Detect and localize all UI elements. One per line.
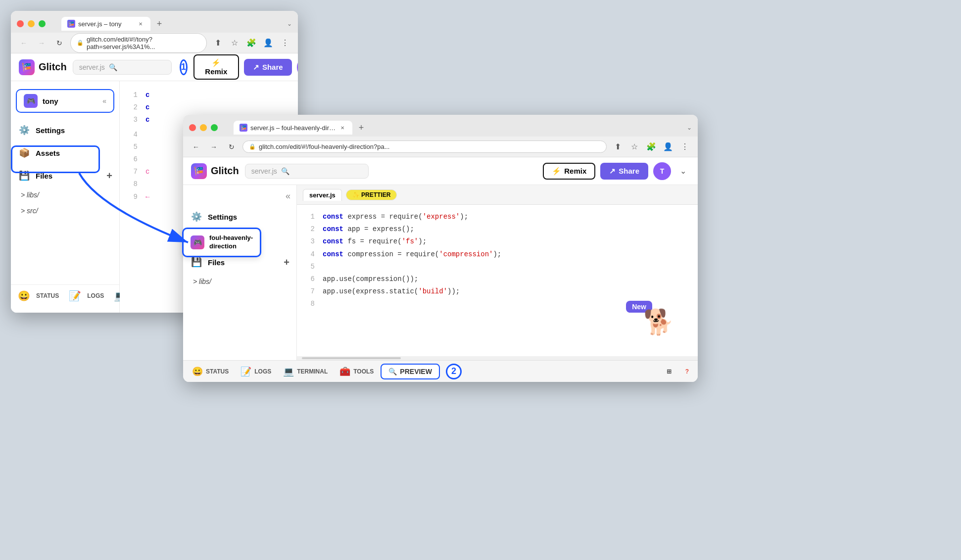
logs-icon-w1: 📝 <box>69 290 81 302</box>
share-page-icon-w2[interactable]: ⬆ <box>611 140 625 154</box>
bookmark-icon-w1[interactable]: ☆ <box>228 36 241 50</box>
traffic-lights-w1 <box>17 20 46 27</box>
project-selector-w1[interactable]: 🎮 tony « <box>16 89 114 113</box>
new-tab-button-w2[interactable]: + <box>354 121 368 135</box>
code-line-3: 3 const fs = require('fs'); <box>305 235 690 248</box>
app-header-w1: 🎏 Glitch server.js 🔍 1 ⚡ Remix ↗ Share T… <box>11 53 298 81</box>
code-scrollbar-w2[interactable] <box>297 356 698 360</box>
dir-libs-w2[interactable]: > libs/ <box>183 274 296 289</box>
share-icon-w1: ↗ <box>253 63 259 72</box>
project-name-w1: tony <box>43 97 58 105</box>
help-btn[interactable]: ? <box>680 366 694 377</box>
minimize-button-w1[interactable] <box>28 20 35 27</box>
dir-src-w1[interactable]: > src/ <box>11 203 119 219</box>
new-tab-button-w1[interactable]: + <box>152 17 166 31</box>
preview-btn-w2[interactable]: 🔍 PREVIEW <box>381 364 440 379</box>
close-button-w1[interactable] <box>17 20 24 27</box>
code-line-6: 6 app.use(compression()); <box>305 273 690 285</box>
avatar-w2[interactable]: T <box>653 162 671 180</box>
logs-btn-w2[interactable]: 📝 LOGS <box>236 364 276 379</box>
code-line-1: 1 const express = require('express'); <box>305 211 690 223</box>
url-bar-w1[interactable]: 🔒 glitch.com/edit/#!/tony?path=server.js… <box>70 33 207 53</box>
search-bar-w2[interactable]: server.js 🔍 <box>245 164 369 179</box>
remix-button-w2[interactable]: ⚡ Remix <box>543 163 595 180</box>
tab-w2[interactable]: 🎏 server.js – foul-heavenly-direc ✕ <box>234 121 352 135</box>
profile-icon-w2[interactable]: 👤 <box>661 140 675 154</box>
avatar-dropdown-w2[interactable]: ⌄ <box>676 164 690 178</box>
bookmark-icon-w2[interactable]: ☆ <box>627 140 641 154</box>
code-line-4: 4 const compression = require('compressi… <box>305 248 690 261</box>
sidebar-assets-w1[interactable]: 📦 Assets <box>11 141 119 164</box>
more-icon-w2[interactable]: ⋮ <box>678 140 692 154</box>
fullscreen-button-w2[interactable] <box>211 124 218 131</box>
status-label-w1: STATUS <box>36 292 59 299</box>
terminal-icon-w2: 💻 <box>283 366 294 377</box>
help-icon: ? <box>685 368 689 375</box>
glitch-logo-w1[interactable]: 🎏 Glitch <box>19 59 67 75</box>
settings-label-w1: Settings <box>36 126 112 135</box>
back-button-w1[interactable]: ← <box>17 36 31 50</box>
remix-label-w2: Remix <box>564 167 586 175</box>
add-file-btn-w2[interactable]: + <box>284 257 289 268</box>
profile-icon-w1[interactable]: 👤 <box>261 36 275 50</box>
search-icon-w2: 🔍 <box>281 167 289 175</box>
refresh-button-w1[interactable]: ↻ <box>52 36 66 50</box>
tab-close-w1[interactable]: ✕ <box>137 20 144 28</box>
dir-libs-w1[interactable]: > libs/ <box>11 187 119 203</box>
tab-overflow-w1[interactable]: ⌄ <box>287 20 292 27</box>
status-btn-w2[interactable]: 😀 STATUS <box>187 364 234 379</box>
step-2-badge: 2 <box>446 364 462 379</box>
preview-icon-w2: 🔍 <box>388 368 397 375</box>
tab-close-w2[interactable]: ✕ <box>338 124 346 132</box>
share-label-w2: Share <box>619 167 639 175</box>
collapse-btn-w1[interactable]: « <box>102 97 106 105</box>
address-bar-w1: ← → ↻ 🔒 glitch.com/edit/#!/tony?path=ser… <box>11 33 298 53</box>
terminal-btn-w2[interactable]: 💻 TERMINAL <box>278 364 333 379</box>
tab-overflow-w2[interactable]: ⌄ <box>687 124 692 131</box>
scrollbar-thumb-w2 <box>302 357 401 359</box>
settings-icon-w1: ⚙️ <box>18 124 31 137</box>
fullscreen-button-w1[interactable] <box>39 20 46 27</box>
add-file-btn-w1[interactable]: + <box>106 170 112 182</box>
search-bar-w1[interactable]: server.js 🔍 <box>73 60 172 75</box>
tab-w1[interactable]: 🎏 server.js – tony ✕ <box>61 17 150 31</box>
settings-label-w2: Settings <box>208 213 289 221</box>
extensions-icon-w1[interactable]: 🧩 <box>244 36 258 50</box>
sidebar-files-w1[interactable]: 💾 Files + <box>11 164 119 187</box>
forward-button-w1[interactable]: → <box>35 36 48 50</box>
prettier-button-w2[interactable]: ✨ PRETTIER <box>346 189 397 200</box>
url-text-w1: glitch.com/edit/#!/tony?path=server.js%3… <box>87 36 200 50</box>
close-button-w2[interactable] <box>189 124 196 131</box>
tab-bar-w2: 🎏 server.js – foul-heavenly-direc ✕ + ⌄ <box>183 115 698 137</box>
sidebar-settings-w2[interactable]: ⚙️ Settings <box>183 205 296 228</box>
tools-icon-w2: 🧰 <box>339 366 350 377</box>
glitch-logo-text-w2: Glitch <box>211 165 239 177</box>
glitch-logo-w2[interactable]: 🎏 Glitch <box>191 163 239 179</box>
url-bar-w2[interactable]: 🔒 glitch.com/edit/#!/foul-heavenly-direc… <box>242 140 607 153</box>
assets-icon-w1: 📦 <box>18 146 31 159</box>
forward-button-w2[interactable]: → <box>207 140 221 154</box>
sidebar-settings-w1[interactable]: ⚙️ Settings <box>11 119 119 141</box>
tools-btn-w2[interactable]: 🧰 TOOLS <box>335 364 379 379</box>
share-button-w1[interactable]: ↗ Share <box>244 59 292 76</box>
avatar-w1[interactable]: T <box>297 58 298 76</box>
tab-favicon-w2: 🎏 <box>240 124 247 132</box>
fhd-project-name: foul-heavenly-direction <box>209 234 253 251</box>
minimize-button-w2[interactable] <box>200 124 207 131</box>
refresh-button-w2[interactable]: ↻ <box>225 140 239 154</box>
remix-button-w1[interactable]: ⚡ Remix <box>193 54 239 80</box>
back-button-w2[interactable]: ← <box>189 140 203 154</box>
collapse-btn-w2[interactable]: « <box>286 191 290 201</box>
grid-icon-btn[interactable]: ⊞ <box>662 366 676 377</box>
tab-title-w1: server.js – tony <box>78 20 134 28</box>
logs-label-w1: LOGS <box>87 292 104 299</box>
step-1-badge: 1 <box>180 59 188 75</box>
address-bar-w2: ← → ↻ 🔒 glitch.com/edit/#!/foul-heavenly… <box>183 137 698 157</box>
more-icon-w1[interactable]: ⋮ <box>278 36 292 50</box>
share-page-icon-w1[interactable]: ⬆ <box>211 36 225 50</box>
code-tab-serverjs[interactable]: server.js <box>303 189 342 201</box>
code-content-w2: 1 const express = require('express'); 2 … <box>297 205 698 356</box>
extensions-icon-w2[interactable]: 🧩 <box>644 140 658 154</box>
address-icons-w2: ⬆ ☆ 🧩 👤 ⋮ <box>611 140 692 154</box>
share-button-w2[interactable]: ↗ Share <box>600 163 648 180</box>
